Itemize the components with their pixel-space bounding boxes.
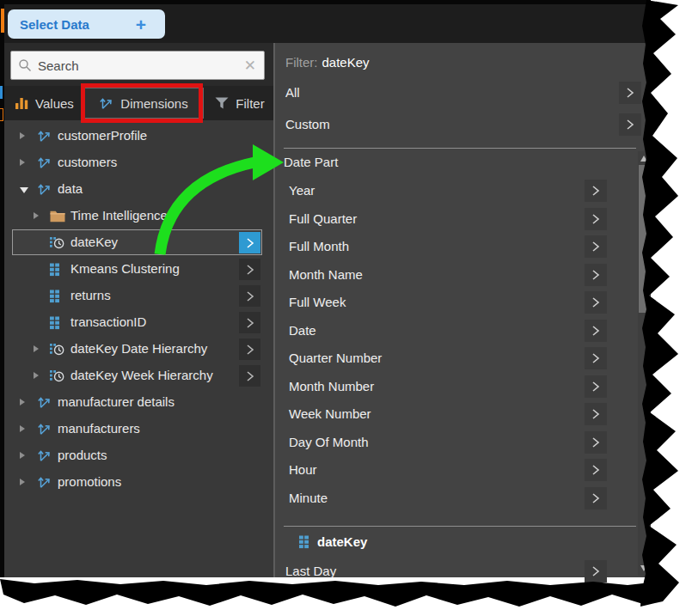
select-data-button[interactable]: Select Data + bbox=[8, 9, 165, 39]
chevron-right-icon[interactable] bbox=[585, 291, 607, 314]
chevron-right-icon[interactable] bbox=[585, 208, 607, 230]
chevron-right-icon[interactable] bbox=[239, 338, 260, 360]
caret-icon[interactable] bbox=[34, 372, 42, 381]
chevron-right-icon[interactable] bbox=[585, 320, 607, 342]
date-time-field-icon bbox=[50, 369, 64, 383]
dimension-table-icon bbox=[37, 182, 52, 196]
date-part-option[interactable]: Full Quarter bbox=[275, 205, 636, 234]
dimension-table-icon bbox=[37, 475, 52, 489]
chevron-right-icon[interactable] bbox=[239, 285, 260, 307]
field-option-label: Last Day bbox=[285, 564, 336, 578]
caret-icon[interactable] bbox=[20, 452, 28, 460]
tree-item[interactable]: customers bbox=[4, 149, 273, 176]
date-part-label: Date bbox=[289, 323, 316, 338]
tree-item[interactable]: transactionID bbox=[4, 309, 273, 336]
tree-item[interactable]: dateKey bbox=[4, 229, 273, 256]
chevron-right-icon[interactable] bbox=[619, 82, 641, 104]
tree-item[interactable]: data bbox=[4, 176, 273, 203]
tree-item-label: promotions bbox=[58, 474, 121, 489]
chevron-right-icon[interactable] bbox=[619, 113, 641, 136]
chevron-right-icon[interactable] bbox=[585, 431, 607, 454]
date-part-label: Day Of Month bbox=[289, 435, 369, 449]
tree-item-label: data bbox=[58, 181, 83, 196]
caret-icon[interactable] bbox=[20, 186, 28, 194]
tab-label: Filter bbox=[236, 96, 264, 111]
plus-icon[interactable]: + bbox=[136, 15, 146, 34]
date-part-heading: Date Part bbox=[284, 155, 338, 169]
date-part-option[interactable]: Minute bbox=[275, 485, 636, 513]
filter-option[interactable]: All bbox=[275, 77, 651, 109]
date-part-option[interactable]: Month Name bbox=[275, 261, 636, 290]
chevron-right-icon[interactable] bbox=[239, 232, 260, 253]
top-border bbox=[0, 0, 651, 4]
scroll-down-icon[interactable] bbox=[640, 565, 647, 571]
scrollbar[interactable] bbox=[638, 151, 651, 576]
date-part-label: Quarter Number bbox=[289, 351, 382, 365]
bar-chart-icon bbox=[15, 97, 28, 109]
tree-item[interactable]: dateKey Date Hierarchy bbox=[4, 336, 273, 363]
attribute-grid-icon bbox=[299, 535, 309, 549]
caret-icon[interactable] bbox=[20, 159, 28, 168]
date-part-option[interactable]: Year bbox=[275, 177, 636, 205]
tab[interactable]: Filter bbox=[207, 88, 273, 119]
tree-item-label: products bbox=[58, 448, 107, 462]
date-part-option[interactable]: Full Month bbox=[275, 233, 636, 261]
tree-item[interactable]: returns bbox=[4, 283, 273, 309]
chevron-right-icon[interactable] bbox=[585, 235, 607, 258]
tree-item[interactable]: customerProfile bbox=[4, 123, 273, 149]
clear-search-icon[interactable]: ✕ bbox=[244, 57, 256, 75]
search-input[interactable]: Search ✕ bbox=[10, 51, 265, 80]
chevron-right-icon[interactable] bbox=[585, 264, 607, 286]
date-part-option[interactable]: Week Number bbox=[275, 400, 636, 429]
tree-item-label: returns bbox=[70, 288, 111, 302]
tree-item[interactable]: Kmeans Clustering bbox=[4, 256, 273, 283]
field-section-option[interactable]: Last Day bbox=[275, 557, 636, 586]
chevron-right-icon[interactable] bbox=[585, 459, 607, 481]
tree-item[interactable]: promotions bbox=[4, 469, 273, 496]
caret-icon[interactable] bbox=[20, 425, 28, 434]
date-part-option[interactable]: Day Of Month bbox=[275, 429, 636, 457]
tree-item-label: dateKey Date Hierarchy bbox=[70, 341, 207, 356]
dimension-table-icon bbox=[37, 156, 52, 169]
caret-icon[interactable] bbox=[20, 132, 28, 141]
date-part-label: Full Quarter bbox=[289, 211, 357, 226]
caret-icon[interactable] bbox=[34, 345, 42, 354]
tree-item[interactable]: dateKey Week Hierarchy bbox=[4, 363, 273, 389]
tree-item[interactable]: products bbox=[4, 442, 273, 469]
date-part-option[interactable]: Date bbox=[275, 317, 636, 345]
date-part-option[interactable]: Quarter Number bbox=[275, 345, 636, 373]
filter-title-prefix: Filter: bbox=[285, 55, 318, 70]
chevron-right-icon[interactable] bbox=[585, 487, 607, 509]
cropped-toolbar-icon bbox=[0, 86, 3, 99]
date-part-label: Full Month bbox=[289, 239, 349, 253]
date-part-option[interactable]: Month Number bbox=[275, 373, 636, 401]
tree-item[interactable]: manufacturer details bbox=[4, 389, 273, 416]
section-divider bbox=[284, 526, 636, 527]
date-part-option[interactable]: Full Week bbox=[275, 289, 636, 317]
scroll-up-icon[interactable] bbox=[640, 156, 647, 162]
tree-item[interactable]: manufacturers bbox=[4, 416, 273, 442]
caret-icon[interactable] bbox=[20, 399, 28, 407]
chevron-right-icon[interactable] bbox=[585, 347, 607, 369]
tab[interactable]: Values bbox=[8, 88, 82, 119]
filter-option[interactable]: Custom bbox=[275, 109, 651, 141]
date-part-option[interactable]: Hour bbox=[275, 456, 636, 485]
chevron-right-icon[interactable] bbox=[585, 560, 607, 582]
date-part-label: Hour bbox=[289, 462, 317, 477]
dimension-table-icon bbox=[37, 448, 52, 462]
chevron-right-icon[interactable] bbox=[239, 365, 260, 387]
search-zone: Search ✕ bbox=[4, 43, 273, 86]
caret-icon[interactable] bbox=[20, 479, 28, 487]
date-time-field-icon bbox=[50, 235, 64, 250]
chevron-right-icon[interactable] bbox=[585, 403, 607, 425]
chevron-right-icon[interactable] bbox=[239, 259, 260, 280]
chevron-right-icon[interactable] bbox=[585, 375, 607, 398]
caret-icon[interactable] bbox=[34, 212, 42, 221]
tree-item[interactable]: Time Intelligence bbox=[4, 203, 273, 229]
chevron-right-icon[interactable] bbox=[239, 312, 260, 333]
tab-label: Values bbox=[35, 96, 74, 111]
scrollbar-thumb[interactable] bbox=[639, 165, 650, 313]
chevron-right-icon[interactable] bbox=[585, 180, 607, 202]
tree-item-label: customers bbox=[58, 155, 117, 169]
tree-item-label: dateKey bbox=[70, 235, 118, 249]
